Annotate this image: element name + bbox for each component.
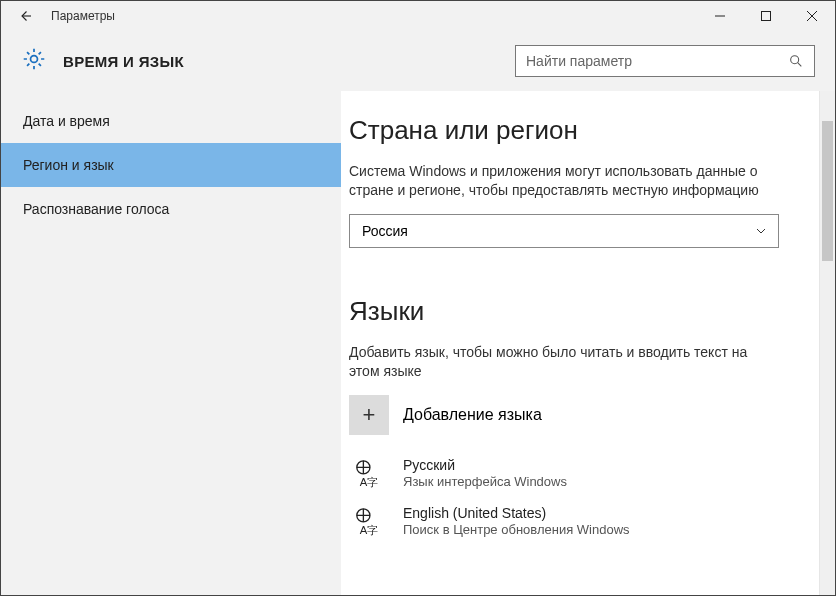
sidebar-item-date-time[interactable]: Дата и время [1,99,341,143]
window-title: Параметры [51,9,115,23]
chevron-down-icon [756,226,766,236]
body: Дата и время Регион и язык Распознавание… [1,91,835,595]
svg-line-6 [798,63,802,67]
language-text: Русский Язык интерфейса Windows [403,457,567,489]
search-wrap [515,45,815,77]
sidebar-item-label: Дата и время [23,113,110,129]
search-box[interactable] [515,45,815,77]
sidebar-item-speech[interactable]: Распознавание голоса [1,187,341,231]
language-name: Русский [403,457,567,473]
content-area: Страна или регион Система Windows и прил… [341,91,835,595]
language-item-english[interactable]: A字 English (United States) Поиск в Центр… [349,505,817,537]
close-icon [807,11,817,21]
svg-text:A字: A字 [360,476,379,488]
header: ВРЕМЯ И ЯЗЫК [1,31,835,91]
close-button[interactable] [789,1,835,31]
page-title: ВРЕМЯ И ЯЗЫК [63,53,184,70]
sidebar: Дата и время Регион и язык Распознавание… [1,91,341,595]
sidebar-item-region-language[interactable]: Регион и язык [1,143,341,187]
search-icon [788,53,804,69]
gear-icon [21,46,47,76]
titlebar: Параметры [1,1,835,31]
language-text: English (United States) Поиск в Центре о… [403,505,630,537]
language-glyph-icon: A字 [349,506,389,536]
add-language-label: Добавление языка [403,406,542,424]
language-glyph-icon: A字 [349,458,389,488]
languages-description: Добавить язык, чтобы можно было читать и… [349,343,779,381]
language-sub: Поиск в Центре обновления Windows [403,522,630,537]
minimize-button[interactable] [697,1,743,31]
country-selected: Россия [362,223,408,239]
settings-window: Параметры ВРЕМЯ И ЯЗЫК [0,0,836,596]
maximize-icon [761,11,771,21]
add-language-button[interactable]: + Добавление языка [349,395,817,435]
languages-heading: Языки [349,296,817,327]
scrollbar[interactable] [819,91,835,595]
language-sub: Язык интерфейса Windows [403,474,567,489]
language-item-russian[interactable]: A字 Русский Язык интерфейса Windows [349,457,817,489]
maximize-button[interactable] [743,1,789,31]
svg-rect-1 [762,12,771,21]
scroll-thumb[interactable] [822,121,833,261]
window-controls [697,1,835,31]
search-input[interactable] [526,53,788,69]
svg-point-4 [31,56,38,63]
minimize-icon [715,11,725,21]
sidebar-item-label: Распознавание голоса [23,201,169,217]
language-name: English (United States) [403,505,630,521]
languages-section: Языки Добавить язык, чтобы можно было чи… [349,296,817,537]
country-dropdown[interactable]: Россия [349,214,779,248]
arrow-left-icon [16,7,34,25]
region-description: Система Windows и приложения могут испол… [349,162,779,200]
sidebar-item-label: Регион и язык [23,157,114,173]
svg-point-5 [791,56,799,64]
region-heading: Страна или регион [349,115,817,146]
back-button[interactable] [1,1,49,31]
plus-icon: + [349,395,389,435]
svg-text:A字: A字 [360,524,379,536]
